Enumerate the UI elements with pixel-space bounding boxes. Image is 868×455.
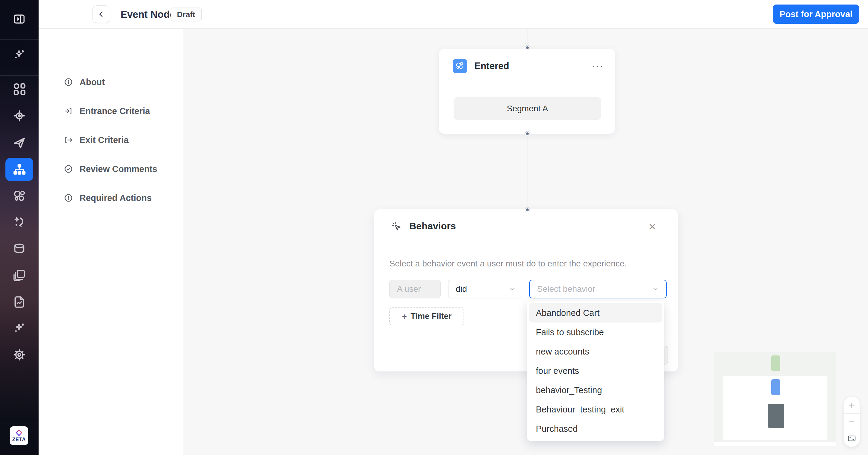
zeta-logo[interactable]: ZETA [10, 426, 28, 445]
modal-header: Behaviors ✕ [374, 209, 678, 243]
exit-arrow-icon [64, 136, 73, 144]
panel-item-about[interactable]: About [38, 73, 183, 91]
copies-layers-icon[interactable] [12, 268, 26, 282]
database-icon[interactable] [12, 242, 26, 256]
minimap-node-gray [768, 404, 784, 428]
connector-handle-bottom[interactable] [525, 132, 530, 136]
sidebar-divider [0, 420, 38, 420]
node-settings-panel: About Entrance Criteria Exit Criteria Re… [38, 29, 183, 455]
verb-select-value: did [456, 284, 467, 294]
panel-item-label: Exit Criteria [80, 135, 129, 145]
subject-input-disabled: A user [390, 280, 441, 298]
zoom-fit-button[interactable] [844, 430, 860, 447]
dropdown-option[interactable]: Fails to subscribe [527, 322, 664, 342]
minimap[interactable] [714, 352, 836, 446]
collapse-panel-icon[interactable] [12, 12, 26, 26]
segments-circles-icon[interactable] [12, 189, 26, 203]
ai-sparkle-icon[interactable] [12, 48, 26, 62]
connector-handle-modal[interactable] [525, 207, 530, 212]
back-button[interactable] [92, 5, 110, 23]
journey-canvas[interactable]: Entered ··· Segment A Behaviors ✕ Select… [183, 29, 868, 455]
time-filter-button[interactable]: + Time Filter [390, 308, 464, 325]
close-icon[interactable]: ✕ [649, 222, 656, 232]
segments-node-icon [453, 59, 467, 73]
minimap-node-blue [771, 379, 780, 395]
modal-description: Select a behavior event a user must do t… [390, 259, 627, 268]
node-title: Entered [474, 61, 509, 72]
zeta-diamond-icon [16, 429, 23, 436]
dropdown-option[interactable]: Abandoned Cart [529, 303, 662, 322]
chevron-down-icon [652, 286, 659, 292]
chevron-left-icon [97, 10, 105, 18]
connector-handle-top[interactable] [525, 46, 530, 50]
info-circle-icon [64, 78, 73, 87]
panel-item-exit-criteria[interactable]: Exit Criteria [38, 131, 183, 149]
zoom-out-button[interactable]: − [844, 414, 860, 430]
settings-gear-icon[interactable] [12, 348, 26, 362]
top-bar: Event Node Draft Post for Approval [38, 0, 868, 29]
time-filter-label: Time Filter [410, 312, 452, 321]
dropdown-option[interactable]: Behaviour_testing_exit [527, 400, 664, 419]
chevron-down-icon [509, 286, 516, 292]
dashboard-grid-icon[interactable] [12, 82, 26, 96]
dropdown-option[interactable]: four events [527, 361, 664, 380]
panel-item-entrance-criteria[interactable]: Entrance Criteria [38, 102, 183, 120]
entered-node-card[interactable]: Entered ··· Segment A [439, 49, 615, 134]
behavior-select-focused[interactable]: Select behavior [529, 280, 667, 298]
fit-view-icon [847, 434, 856, 443]
node-header: Entered ··· [439, 49, 615, 83]
node-menu-ellipsis-icon[interactable]: ··· [592, 60, 604, 72]
behavior-cursor-icon [391, 221, 401, 231]
entrance-arrow-icon [64, 107, 73, 116]
report-document-icon[interactable] [12, 295, 26, 309]
panel-item-label: About [80, 77, 105, 87]
status-badge: Draft [170, 7, 202, 22]
post-for-approval-button[interactable]: Post for Approval [773, 4, 859, 24]
sidebar-divider [0, 39, 38, 39]
send-plane-icon[interactable] [12, 136, 26, 150]
zoom-controls: + − [844, 397, 860, 447]
icon-sidebar: ZETA [0, 0, 38, 455]
dropdown-option[interactable]: new accounts [527, 342, 664, 361]
behavior-select-placeholder: Select behavior [537, 284, 595, 294]
sidebar-divider [0, 76, 38, 76]
page-title: Event Node [121, 0, 176, 29]
verb-select[interactable]: did [448, 280, 523, 298]
zeta-logo-text: ZETA [12, 436, 26, 443]
target-icon[interactable] [12, 109, 26, 123]
check-circle-icon [64, 165, 73, 173]
panel-item-label: Entrance Criteria [80, 106, 150, 116]
zoom-in-button[interactable]: + [844, 397, 860, 414]
plus-icon: + [402, 312, 407, 321]
modal-title: Behaviors [409, 221, 456, 232]
panel-item-label: Required Actions [80, 193, 152, 203]
segment-chip[interactable]: Segment A [454, 97, 601, 120]
ai-sparkle-icon[interactable] [12, 322, 26, 336]
panel-item-required-actions[interactable]: Required Actions [38, 189, 183, 207]
dropdown-option[interactable]: Purchased [527, 419, 664, 438]
journey-path-icon[interactable] [12, 216, 26, 229]
minimap-strip [714, 442, 836, 446]
behavior-dropdown-list: Abandoned Cart Fails to subscribe new ac… [527, 301, 664, 441]
alert-circle-icon [64, 193, 73, 202]
sidebar-item-journey-active[interactable] [5, 158, 33, 181]
orgchart-icon [12, 163, 26, 176]
panel-item-review-comments[interactable]: Review Comments [38, 160, 183, 178]
minimap-node-green [771, 356, 780, 371]
dropdown-option[interactable]: behavior_Testing [527, 380, 664, 400]
panel-item-label: Review Comments [80, 164, 157, 174]
